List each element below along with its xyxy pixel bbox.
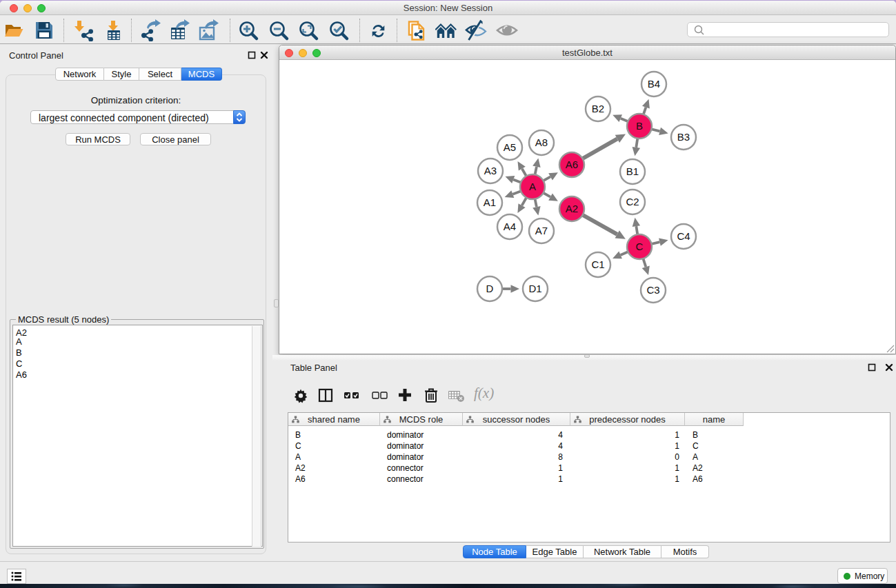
svg-text:B3: B3: [677, 131, 690, 143]
svg-text:A4: A4: [504, 221, 516, 232]
svg-text:A3: A3: [484, 165, 497, 176]
svg-text:A7: A7: [535, 225, 548, 236]
svg-text:A5: A5: [504, 141, 516, 153]
svg-text:C1: C1: [591, 258, 604, 270]
svg-text:A2: A2: [566, 203, 578, 214]
svg-text:C4: C4: [677, 230, 690, 242]
svg-text:D: D: [486, 283, 494, 294]
svg-text:A8: A8: [535, 136, 548, 148]
svg-text:A: A: [529, 181, 536, 192]
svg-text:C2: C2: [626, 196, 639, 207]
svg-text:C3: C3: [646, 284, 659, 296]
svg-text:B: B: [636, 120, 643, 132]
svg-text:A6: A6: [566, 159, 578, 170]
svg-text:C: C: [636, 241, 644, 252]
svg-text:A1: A1: [484, 196, 496, 208]
svg-text:B2: B2: [592, 103, 604, 114]
svg-text:B1: B1: [626, 165, 639, 177]
svg-text:D1: D1: [528, 283, 541, 294]
svg-text:B4: B4: [648, 78, 660, 90]
